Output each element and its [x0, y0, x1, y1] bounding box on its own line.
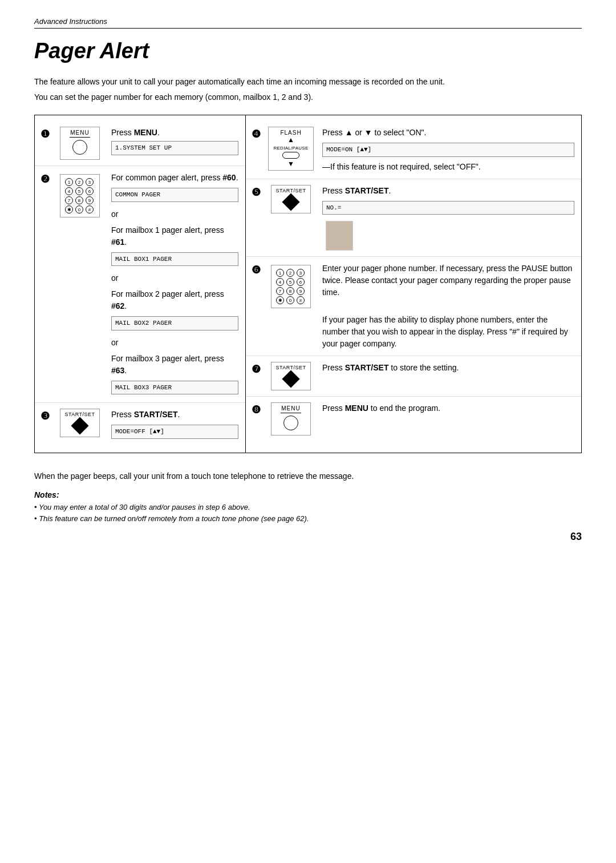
key-1: 1 [65, 178, 73, 186]
or-3: or [111, 337, 238, 349]
flash-arrow-up: ▲ [271, 136, 311, 144]
or-2: or [111, 272, 238, 284]
step-8-text: Press MENU to end the program. [322, 402, 574, 414]
keypad-device-6: 1 2 3 4 5 6 7 8 9 ✱ 0 # [271, 265, 311, 308]
keypad-grid-6: 1 2 3 4 5 6 7 8 9 ✱ 0 # [276, 269, 306, 304]
diamond-icon-5 [282, 193, 299, 211]
menu-label-1: MENU [63, 130, 97, 136]
step-5-device: START/SET [265, 185, 317, 213]
step-number-1: ❶ [40, 128, 54, 140]
note-2: This feature can be turned on/off remote… [34, 513, 582, 525]
step-number-3: ❸ [40, 410, 54, 422]
lcd-mailbox3: MAIL BOX3 PAGER [111, 381, 238, 395]
step-number-6: ❻ [252, 264, 265, 276]
page-title: Pager Alert [34, 39, 582, 63]
key-1b: 1 [276, 269, 284, 277]
intro-line2: You can set the pager number for each me… [34, 91, 582, 103]
note-1: You may enter a total of 30 digits and/o… [34, 502, 582, 514]
intro-line1: The feature allows your unit to call you… [34, 76, 582, 88]
startset-device-3: START/SET [60, 409, 100, 437]
key-2: 2 [75, 178, 83, 186]
menu-bar [70, 137, 90, 138]
key-hashb: # [297, 296, 305, 304]
main-content-box: ❶ MENU Press MENU. 1.SYSTEM SET UP ❷ 1 [34, 115, 582, 453]
key-5b: 5 [286, 278, 294, 286]
step-2-mailbox2-text: For mailbox 2 pager alert, press #62. [111, 288, 238, 312]
step-3-text: Press START/SET. MODE=OFF [▲▼] [111, 409, 238, 441]
step-3-instruction: Press START/SET. [111, 409, 238, 421]
flash-device-4: FLASH ▲ REDIAL/PAUSE ▼ [268, 127, 314, 171]
step-2-common-text: For common pager alert, press #60. [111, 172, 238, 184]
right-column: ❹ FLASH ▲ REDIAL/PAUSE ▼ Press ▲ or ▼ to… [246, 115, 581, 453]
step-4-note: —If this feature is not required, select… [322, 161, 574, 173]
step-8-device: MENU [265, 402, 317, 435]
step-6-instruction-2: If your pager has the ability to display… [322, 314, 574, 350]
step-7-text: Press START/SET to store the setting. [322, 362, 574, 374]
redial-button [282, 152, 299, 159]
step-number-5: ❺ [252, 186, 265, 199]
menu-device-1: MENU [60, 127, 100, 160]
key-4: 4 [65, 187, 73, 195]
menu-bar-8 [281, 413, 301, 413]
notes-section: Notes: You may enter a total of 30 digit… [34, 490, 582, 526]
key-8b: 8 [286, 287, 294, 295]
step-1: ❶ MENU Press MENU. 1.SYSTEM SET UP [35, 121, 245, 166]
key-0: 0 [75, 205, 83, 213]
keypad-device-2: 1 2 3 4 5 6 7 8 9 ✱ 0 # [60, 174, 100, 217]
step-8: ❽ MENU Press MENU to end the program. [246, 397, 581, 441]
key-2b: 2 [286, 269, 294, 277]
step-5-text: Press START/SET. NO.= [322, 185, 574, 251]
flash-label: FLASH [271, 130, 311, 136]
step-6-text: Enter your pager phone number. If necess… [322, 263, 574, 350]
step-number-7: ❼ [252, 363, 265, 376]
key-hash: # [86, 205, 94, 213]
step-1-text: Press MENU. 1.SYSTEM SET UP [111, 127, 238, 158]
lcd-common-pager: COMMON PAGER [111, 188, 238, 202]
notes-title: Notes: [34, 490, 582, 499]
startset-label-5: START/SET [274, 188, 308, 193]
step-6: ❻ 1 2 3 4 5 6 7 8 9 ✱ 0 # [246, 257, 581, 356]
step-number-2: ❷ [40, 173, 54, 185]
menu-circle [72, 140, 87, 155]
step-number-4: ❹ [252, 128, 265, 140]
diamond-icon-7 [282, 370, 299, 388]
step-7: ❼ START/SET Press START/SET to store the… [246, 356, 581, 397]
startset-device-7: START/SET [271, 362, 311, 390]
key-7b: 7 [276, 287, 284, 295]
step-6-device: 1 2 3 4 5 6 7 8 9 ✱ 0 # [265, 265, 317, 308]
step-number-8: ❽ [252, 404, 265, 416]
step-2-text: For common pager alert, press #60. COMMO… [111, 172, 238, 397]
page-number: 63 [34, 531, 582, 543]
step-7-device: START/SET [265, 362, 317, 390]
lcd-mailbox1: MAIL BOX1 PAGER [111, 252, 238, 267]
key-0b: 0 [286, 296, 294, 304]
step-1-bold: MENU [134, 128, 157, 137]
menu-label-8: MENU [274, 405, 308, 412]
step-4-device: FLASH ▲ REDIAL/PAUSE ▼ [265, 127, 317, 171]
redial-label: REDIAL/PAUSE [271, 146, 311, 151]
key-7: 7 [65, 196, 73, 204]
step-4-text: Press ▲ or ▼ to select "ON". MODE=ON [▲▼… [322, 127, 574, 173]
key-3: 3 [86, 178, 94, 186]
bottom-note: When the pager beeps, call your unit fro… [34, 470, 582, 482]
step-5: ❺ START/SET Press START/SET. NO.= [246, 179, 581, 257]
or-1: or [111, 208, 238, 220]
lcd-no-equals: NO.= [322, 201, 574, 215]
step-4: ❹ FLASH ▲ REDIAL/PAUSE ▼ Press ▲ or ▼ to… [246, 121, 581, 179]
step-2-mailbox1-text: For mailbox 1 pager alert, press #61. [111, 224, 238, 248]
key-9: 9 [86, 196, 94, 204]
keypad-grid-2: 1 2 3 4 5 6 7 8 9 ✱ 0 # [65, 178, 95, 213]
step-2-device: 1 2 3 4 5 6 7 8 9 ✱ 0 # [54, 174, 106, 217]
lcd-mode-on: MODE=ON [▲▼] [322, 143, 574, 157]
menu-circle-8 [283, 416, 298, 430]
diamond-icon-3 [71, 417, 88, 434]
flash-arrow-down: ▼ [271, 160, 311, 168]
lcd-mode-off: MODE=OFF [▲▼] [111, 425, 238, 439]
step-2: ❷ 1 2 3 4 5 6 7 8 9 ✱ 0 # [35, 166, 245, 403]
step-6-instruction-1: Enter your pager phone number. If necess… [322, 263, 574, 299]
step-3-device: START/SET [54, 409, 106, 437]
step-thumbnail [326, 221, 353, 251]
step-5-instruction: Press START/SET. [322, 185, 574, 197]
key-8: 8 [75, 196, 83, 204]
step-8-instruction: Press MENU to end the program. [322, 402, 574, 414]
